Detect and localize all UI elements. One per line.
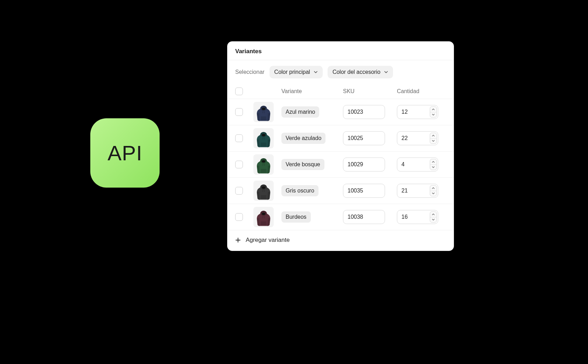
filter-label: Seleccionar [235,69,265,75]
variant-thumbnail [253,102,274,122]
hoodie-icon [255,130,272,148]
variant-thumbnail [253,181,274,201]
svg-point-2 [262,160,265,162]
svg-point-0 [262,108,265,110]
primary-color-select[interactable]: Color principal [270,66,323,78]
sku-input[interactable]: 10035 [343,184,385,198]
variant-thumbnail [253,207,274,227]
stepper-down-button[interactable] [430,191,436,196]
sku-input[interactable]: 10023 [343,105,385,119]
row-checkbox[interactable] [235,134,243,142]
sku-input[interactable]: 10025 [343,131,385,145]
stepper-down-button[interactable] [430,112,436,118]
chevron-up-icon [432,161,435,163]
table-row: Gris oscuro 10035 21 [227,177,454,204]
accessory-color-select-label: Color del accesorio [332,69,380,75]
row-checkbox[interactable] [235,187,243,195]
chevron-up-icon [432,187,435,189]
variant-name-chip: Azul marino [281,106,319,118]
variants-card: Variantes Seleccionar Color principal Co… [227,41,454,251]
chevron-down-icon [432,140,435,142]
hoodie-icon [255,156,272,175]
column-header-variant: Variante [281,88,342,94]
stepper-down-button[interactable] [430,165,436,170]
svg-point-1 [262,134,265,136]
table-row: Verde azulado 10025 22 [227,125,454,151]
table-row: Azul marino 10023 12 [227,99,454,125]
variant-name-chip: Gris oscuro [281,185,318,196]
quantity-stepper[interactable]: 21 [397,184,438,198]
add-variant-label: Agregar variante [246,237,290,244]
column-header-sku: SKU [343,88,396,94]
row-checkbox[interactable] [235,161,243,168]
variant-name-chip: Burdeos [281,211,311,223]
quantity-stepper[interactable]: 4 [397,158,438,172]
accessory-color-select[interactable]: Color del accesorio [328,66,393,78]
chevron-up-icon [432,214,435,215]
card-title: Variantes [227,42,454,60]
chevron-down-icon [432,114,435,115]
table-row: Verde bosque 10029 4 [227,151,454,177]
hoodie-icon [255,209,272,227]
chevron-down-icon [432,192,435,194]
stepper-up-button[interactable] [430,159,436,165]
hoodie-icon [255,183,272,201]
stepper-up-button[interactable] [430,186,436,191]
stepper-up-button[interactable] [430,212,436,217]
api-badge: API [90,118,160,188]
chevron-down-icon [314,70,318,74]
plus-icon [235,237,241,243]
quantity-stepper[interactable]: 12 [397,105,438,119]
stepper-up-button[interactable] [430,107,436,112]
select-all-checkbox[interactable] [235,88,243,95]
table-body: Azul marino 10023 12 Verde azulado 10025… [227,99,454,230]
chevron-down-icon [432,219,435,220]
svg-point-3 [262,187,265,189]
column-header-qty: Cantidad [397,88,446,94]
quantity-stepper[interactable]: 16 [397,210,438,224]
stepper-down-button[interactable] [430,139,436,144]
chevron-up-icon [432,135,435,136]
sku-input[interactable]: 10029 [343,158,385,172]
row-checkbox[interactable] [235,213,243,221]
svg-point-4 [262,213,265,215]
variant-name-chip: Verde bosque [281,159,324,170]
stepper-up-button[interactable] [430,133,436,139]
primary-color-select-label: Color principal [274,69,310,75]
variant-name-chip: Verde azulado [281,133,326,144]
filter-row: Seleccionar Color principal Color del ac… [227,60,454,84]
quantity-stepper[interactable]: 22 [397,131,438,145]
chevron-down-icon [432,166,435,168]
sku-input[interactable]: 10038 [343,210,385,224]
api-badge-label: API [107,141,142,165]
add-variant-button[interactable]: Agregar variante [227,230,454,251]
variant-thumbnail [253,154,274,175]
stepper-down-button[interactable] [430,217,436,223]
hoodie-icon [255,104,272,122]
table-row: Burdeos 10038 16 [227,204,454,230]
chevron-down-icon [384,70,388,74]
table-header: Variante SKU Cantidad [227,84,454,99]
variant-thumbnail [253,128,274,148]
chevron-up-icon [432,108,435,110]
row-checkbox[interactable] [235,108,243,116]
